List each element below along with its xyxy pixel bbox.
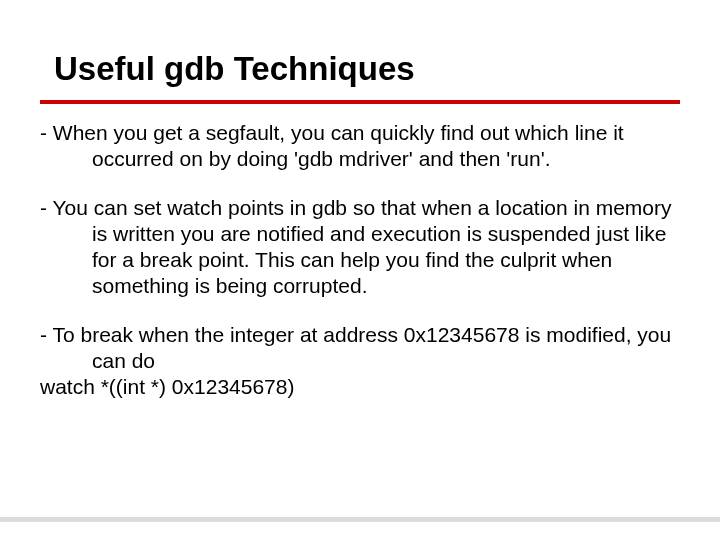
slide: Useful gdb Techniques - When you get a s… (0, 0, 720, 540)
bullet-3: - To break when the integer at address 0… (40, 322, 680, 375)
slide-title: Useful gdb Techniques (54, 50, 680, 88)
code-line: watch *((int *) 0x12345678) (40, 374, 680, 400)
bullet-2: - You can set watch points in gdb so tha… (40, 195, 680, 300)
slide-body: - When you get a segfault, you can quick… (40, 120, 680, 400)
footer-bar (0, 517, 720, 522)
title-divider (40, 100, 680, 104)
bullet-1: - When you get a segfault, you can quick… (40, 120, 680, 173)
